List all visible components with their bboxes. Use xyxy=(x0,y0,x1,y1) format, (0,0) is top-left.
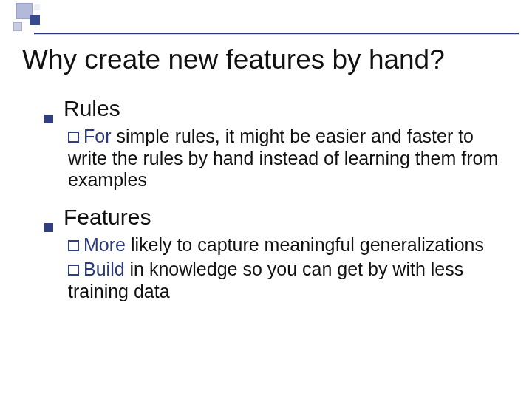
bullet-hollow-square-icon xyxy=(68,265,79,276)
list-subitem: Build in knowledge so you can get by wit… xyxy=(68,259,510,302)
sub-lead: Build xyxy=(83,259,125,279)
list-item: Rules For simple rules, it might be easi… xyxy=(44,96,510,191)
bullet-square-icon xyxy=(44,223,53,232)
sub-lead: For xyxy=(83,126,112,146)
corner-decoration xyxy=(0,0,74,47)
sub-rest: likely to capture meaningful generalizat… xyxy=(126,234,484,255)
title-underline xyxy=(34,33,519,35)
list-subitem: For simple rules, it might be easier and… xyxy=(68,126,510,191)
sub-lead: More xyxy=(83,234,126,255)
level1-label: Rules xyxy=(64,96,120,121)
bullet-hollow-square-icon xyxy=(68,240,79,251)
bullet-square-icon xyxy=(44,115,53,123)
bullet-hollow-square-icon xyxy=(68,132,79,143)
sub-rest: in knowledge so you can get by with less… xyxy=(68,259,463,301)
sub-rest: simple rules, it might be easier and fas… xyxy=(68,126,498,190)
slide-title: Why create new features by hand? xyxy=(22,44,517,75)
slide-body: Rules For simple rules, it might be easi… xyxy=(44,96,510,316)
list-subitem: More likely to capture meaningful genera… xyxy=(68,234,510,256)
level1-label: Features xyxy=(64,205,151,230)
list-item: Features More likely to capture meaningf… xyxy=(44,205,510,303)
